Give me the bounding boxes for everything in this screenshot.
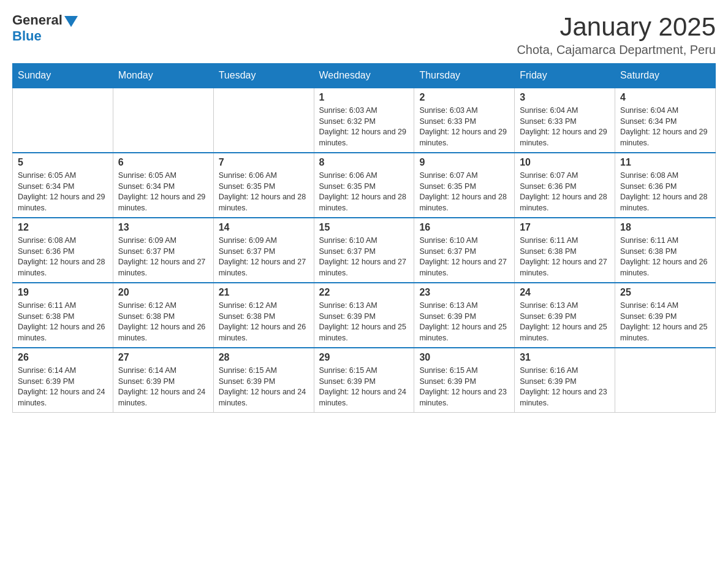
day-info: Sunrise: 6:05 AMSunset: 6:34 PMDaylight:…	[18, 170, 108, 213]
day-info: Sunrise: 6:09 AMSunset: 6:37 PMDaylight:…	[219, 236, 309, 278]
day-number: 26	[18, 352, 108, 363]
day-info: Sunrise: 6:14 AMSunset: 6:39 PMDaylight:…	[18, 366, 108, 408]
calendar-header-monday: Monday	[113, 64, 213, 88]
calendar-cell: 13Sunrise: 6:09 AMSunset: 6:37 PMDayligh…	[113, 218, 213, 283]
calendar-table: SundayMondayTuesdayWednesdayThursdayFrid…	[12, 63, 716, 413]
calendar-cell: 31Sunrise: 6:16 AMSunset: 6:39 PMDayligh…	[515, 348, 615, 413]
day-number: 18	[620, 222, 710, 233]
day-info: Sunrise: 6:06 AMSunset: 6:35 PMDaylight:…	[319, 170, 409, 213]
day-info: Sunrise: 6:04 AMSunset: 6:33 PMDaylight:…	[520, 105, 610, 148]
calendar-cell: 1Sunrise: 6:03 AMSunset: 6:32 PMDaylight…	[314, 88, 414, 153]
calendar-cell: 11Sunrise: 6:08 AMSunset: 6:36 PMDayligh…	[615, 153, 716, 218]
day-info: Sunrise: 6:10 AMSunset: 6:37 PMDaylight:…	[319, 236, 409, 278]
calendar-cell: 15Sunrise: 6:10 AMSunset: 6:37 PMDayligh…	[314, 218, 414, 283]
subtitle: Chota, Cajamarca Department, Peru	[517, 43, 716, 57]
calendar-cell: 20Sunrise: 6:12 AMSunset: 6:38 PMDayligh…	[113, 283, 213, 348]
calendar-cell: 12Sunrise: 6:08 AMSunset: 6:36 PMDayligh…	[13, 218, 113, 283]
logo-arrow-icon	[64, 16, 78, 27]
calendar-cell: 21Sunrise: 6:12 AMSunset: 6:38 PMDayligh…	[213, 283, 314, 348]
day-number: 6	[118, 157, 208, 168]
day-number: 30	[419, 352, 509, 363]
day-number: 1	[319, 92, 409, 103]
calendar-cell: 6Sunrise: 6:05 AMSunset: 6:34 PMDaylight…	[113, 153, 213, 218]
day-info: Sunrise: 6:03 AMSunset: 6:33 PMDaylight:…	[419, 105, 509, 148]
day-info: Sunrise: 6:16 AMSunset: 6:39 PMDaylight:…	[520, 366, 610, 408]
calendar-cell: 18Sunrise: 6:11 AMSunset: 6:38 PMDayligh…	[615, 218, 716, 283]
day-number: 12	[18, 222, 108, 233]
day-info: Sunrise: 6:08 AMSunset: 6:36 PMDaylight:…	[620, 170, 710, 213]
day-number: 25	[620, 287, 710, 298]
day-info: Sunrise: 6:08 AMSunset: 6:36 PMDaylight:…	[18, 236, 108, 278]
day-info: Sunrise: 6:07 AMSunset: 6:35 PMDaylight:…	[419, 170, 509, 213]
day-info: Sunrise: 6:03 AMSunset: 6:32 PMDaylight:…	[319, 105, 409, 148]
day-number: 4	[620, 92, 710, 103]
day-number: 8	[319, 157, 409, 168]
day-info: Sunrise: 6:14 AMSunset: 6:39 PMDaylight:…	[118, 366, 208, 408]
calendar-cell: 23Sunrise: 6:13 AMSunset: 6:39 PMDayligh…	[414, 283, 515, 348]
day-info: Sunrise: 6:13 AMSunset: 6:39 PMDaylight:…	[319, 301, 409, 343]
day-info: Sunrise: 6:05 AMSunset: 6:34 PMDaylight:…	[118, 170, 208, 213]
calendar-cell	[113, 88, 213, 153]
calendar-week-2: 5Sunrise: 6:05 AMSunset: 6:34 PMDaylight…	[13, 153, 716, 218]
day-number: 28	[219, 352, 309, 363]
day-info: Sunrise: 6:12 AMSunset: 6:38 PMDaylight:…	[118, 301, 208, 343]
calendar-cell: 30Sunrise: 6:15 AMSunset: 6:39 PMDayligh…	[414, 348, 515, 413]
calendar-header-tuesday: Tuesday	[213, 64, 314, 88]
calendar-header-friday: Friday	[515, 64, 615, 88]
day-info: Sunrise: 6:06 AMSunset: 6:35 PMDaylight:…	[219, 170, 309, 213]
calendar-cell: 17Sunrise: 6:11 AMSunset: 6:38 PMDayligh…	[515, 218, 615, 283]
day-info: Sunrise: 6:11 AMSunset: 6:38 PMDaylight:…	[620, 236, 710, 278]
day-info: Sunrise: 6:13 AMSunset: 6:39 PMDaylight:…	[419, 301, 509, 343]
calendar-header-wednesday: Wednesday	[314, 64, 414, 88]
day-info: Sunrise: 6:12 AMSunset: 6:38 PMDaylight:…	[219, 301, 309, 343]
calendar-cell: 22Sunrise: 6:13 AMSunset: 6:39 PMDayligh…	[314, 283, 414, 348]
day-number: 29	[319, 352, 409, 363]
logo-general-text: General	[12, 12, 63, 28]
calendar-cell: 8Sunrise: 6:06 AMSunset: 6:35 PMDaylight…	[314, 153, 414, 218]
day-number: 20	[118, 287, 208, 298]
day-number: 11	[620, 157, 710, 168]
calendar-cell: 14Sunrise: 6:09 AMSunset: 6:37 PMDayligh…	[213, 218, 314, 283]
day-info: Sunrise: 6:11 AMSunset: 6:38 PMDaylight:…	[18, 301, 108, 343]
day-info: Sunrise: 6:15 AMSunset: 6:39 PMDaylight:…	[419, 366, 509, 408]
day-number: 9	[419, 157, 509, 168]
day-number: 22	[319, 287, 409, 298]
calendar-cell: 26Sunrise: 6:14 AMSunset: 6:39 PMDayligh…	[13, 348, 113, 413]
calendar-cell	[615, 348, 716, 413]
calendar-header-sunday: Sunday	[13, 64, 113, 88]
day-number: 13	[118, 222, 208, 233]
calendar-cell: 25Sunrise: 6:14 AMSunset: 6:39 PMDayligh…	[615, 283, 716, 348]
calendar-week-1: 1Sunrise: 6:03 AMSunset: 6:32 PMDaylight…	[13, 88, 716, 153]
day-number: 14	[219, 222, 309, 233]
calendar-header-thursday: Thursday	[414, 64, 515, 88]
page-title: January 2025	[517, 12, 716, 42]
calendar-header-row: SundayMondayTuesdayWednesdayThursdayFrid…	[13, 64, 716, 88]
calendar-week-3: 12Sunrise: 6:08 AMSunset: 6:36 PMDayligh…	[13, 218, 716, 283]
day-info: Sunrise: 6:10 AMSunset: 6:37 PMDaylight:…	[419, 236, 509, 278]
day-info: Sunrise: 6:09 AMSunset: 6:37 PMDaylight:…	[118, 236, 208, 278]
day-info: Sunrise: 6:07 AMSunset: 6:36 PMDaylight:…	[520, 170, 610, 213]
day-info: Sunrise: 6:13 AMSunset: 6:39 PMDaylight:…	[520, 301, 610, 343]
calendar-cell: 3Sunrise: 6:04 AMSunset: 6:33 PMDaylight…	[515, 88, 615, 153]
day-number: 5	[18, 157, 108, 168]
day-number: 17	[520, 222, 610, 233]
day-number: 16	[419, 222, 509, 233]
day-number: 3	[520, 92, 610, 103]
calendar-cell: 24Sunrise: 6:13 AMSunset: 6:39 PMDayligh…	[515, 283, 615, 348]
calendar-week-5: 26Sunrise: 6:14 AMSunset: 6:39 PMDayligh…	[13, 348, 716, 413]
calendar-cell: 28Sunrise: 6:15 AMSunset: 6:39 PMDayligh…	[213, 348, 314, 413]
day-number: 19	[18, 287, 108, 298]
calendar-cell	[213, 88, 314, 153]
calendar-cell: 2Sunrise: 6:03 AMSunset: 6:33 PMDaylight…	[414, 88, 515, 153]
day-number: 7	[219, 157, 309, 168]
calendar-cell: 9Sunrise: 6:07 AMSunset: 6:35 PMDaylight…	[414, 153, 515, 218]
day-number: 15	[319, 222, 409, 233]
svg-marker-0	[64, 16, 78, 27]
day-number: 27	[118, 352, 208, 363]
logo: General Blue	[12, 12, 78, 44]
calendar-cell: 4Sunrise: 6:04 AMSunset: 6:34 PMDaylight…	[615, 88, 716, 153]
calendar-cell: 19Sunrise: 6:11 AMSunset: 6:38 PMDayligh…	[13, 283, 113, 348]
day-number: 21	[219, 287, 309, 298]
calendar-week-4: 19Sunrise: 6:11 AMSunset: 6:38 PMDayligh…	[13, 283, 716, 348]
day-info: Sunrise: 6:14 AMSunset: 6:39 PMDaylight:…	[620, 301, 710, 343]
